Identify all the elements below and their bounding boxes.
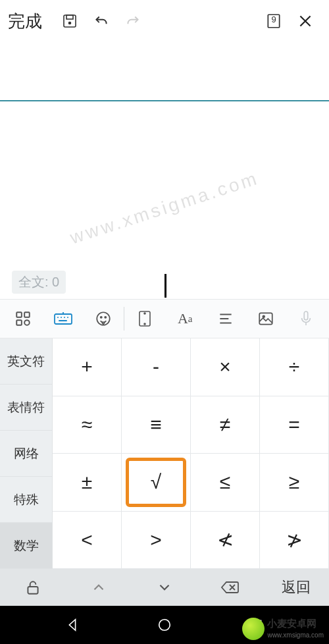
watermark-brand-url: www.xmsigma.com (267, 631, 324, 639)
svg-point-18 (144, 313, 145, 314)
image-icon[interactable] (245, 300, 286, 338)
editor-body[interactable]: 全文: 0 (0, 101, 329, 299)
return-button[interactable]: 返回 (263, 569, 329, 606)
category-3[interactable]: 特殊 (0, 477, 53, 523)
key-3-0[interactable]: < (53, 512, 122, 570)
svg-point-24 (263, 315, 265, 317)
category-2[interactable]: 网络 (0, 431, 53, 477)
svg-rect-27 (28, 587, 38, 594)
emoji-icon[interactable] (84, 300, 124, 338)
key-2-1[interactable]: √ (122, 454, 191, 512)
key-1-1[interactable]: ≡ (122, 396, 191, 454)
keyboard-icon[interactable] (43, 300, 83, 338)
key-0-3[interactable]: ÷ (260, 338, 329, 396)
chevron-down-icon[interactable] (132, 569, 197, 606)
svg-rect-25 (305, 311, 309, 320)
text-cursor (164, 274, 166, 298)
symbol-keyboard: 英文符表情符网络特殊数学+-×÷≈≡≠=±√≤≥<>≮≯ (0, 338, 329, 569)
key-3-3[interactable]: ≯ (260, 512, 329, 570)
page-badge-value: 9 (271, 14, 276, 24)
char-count-badge: 全文: 0 (12, 271, 66, 294)
key-1-0[interactable]: ≈ (53, 396, 122, 454)
align-icon[interactable] (205, 300, 245, 338)
save-icon[interactable] (54, 5, 86, 37)
svg-point-2 (69, 22, 71, 24)
watermark-logo: 小麦安卓网 www.xmsigma.com (242, 618, 324, 640)
nav-back-icon[interactable] (63, 616, 82, 634)
title-field[interactable] (0, 42, 329, 101)
svg-rect-5 (24, 312, 30, 317)
svg-point-14 (97, 312, 111, 325)
watermark-brand-cn: 小麦安卓网 (267, 618, 324, 628)
key-0-1[interactable]: - (122, 338, 191, 396)
key-0-0[interactable]: + (53, 338, 122, 396)
svg-rect-1 (66, 15, 73, 19)
svg-point-7 (24, 320, 30, 325)
key-2-0[interactable]: ± (53, 454, 122, 512)
svg-rect-4 (16, 312, 22, 317)
key-3-2[interactable]: ≮ (191, 512, 260, 570)
fullscreen-icon[interactable] (124, 300, 164, 338)
redo-icon (117, 5, 149, 37)
nav-home-icon[interactable] (155, 616, 174, 634)
key-2-2[interactable]: ≤ (191, 454, 260, 512)
done-button[interactable]: 完成 (8, 10, 42, 33)
categories-icon[interactable] (3, 300, 43, 338)
close-icon[interactable] (290, 5, 321, 37)
key-1-3[interactable]: = (260, 396, 329, 454)
svg-rect-6 (16, 320, 22, 325)
chevron-up-icon[interactable] (66, 569, 132, 606)
undo-icon[interactable] (86, 5, 117, 37)
category-0[interactable]: 英文符 (0, 338, 53, 385)
page-badge[interactable]: 9 (258, 5, 290, 37)
key-3-1[interactable]: > (122, 512, 191, 570)
text-style-icon[interactable]: Aa (165, 300, 205, 338)
svg-rect-8 (55, 314, 72, 324)
svg-point-19 (144, 323, 145, 325)
svg-point-15 (101, 317, 102, 318)
svg-point-28 (159, 620, 170, 631)
svg-point-16 (105, 317, 107, 318)
svg-rect-23 (259, 313, 272, 324)
key-0-2[interactable]: × (191, 338, 260, 396)
mic-icon[interactable] (286, 300, 326, 338)
lock-icon[interactable] (0, 569, 66, 606)
backspace-icon[interactable] (197, 569, 263, 606)
category-1[interactable]: 表情符 (0, 385, 53, 431)
key-1-2[interactable]: ≠ (191, 396, 260, 454)
svg-rect-0 (64, 15, 76, 27)
key-2-3[interactable]: ≥ (260, 454, 329, 512)
category-4[interactable]: 数学 (0, 523, 53, 569)
